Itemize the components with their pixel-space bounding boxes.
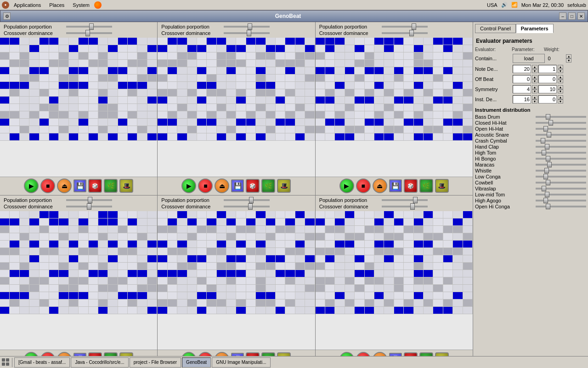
beat-cell[interactable] [463, 263, 473, 270]
beat-cell[interactable] [305, 67, 315, 74]
beat-cell[interactable] [404, 307, 413, 314]
beat-cell[interactable] [433, 75, 443, 81]
beat-cell[interactable] [137, 104, 147, 111]
beat-cell[interactable] [453, 97, 463, 104]
beat-cell[interactable] [256, 104, 266, 111]
beat-cell[interactable] [325, 52, 335, 59]
beat-cell[interactable] [424, 255, 433, 262]
beat-cell[interactable] [40, 255, 49, 262]
beat-cell[interactable] [285, 211, 295, 218]
beat-cell[interactable] [305, 38, 315, 45]
beat-cell[interactable] [256, 38, 266, 45]
beat-cell[interactable] [345, 285, 355, 292]
beat-cell[interactable] [40, 45, 49, 52]
beat-cell[interactable] [394, 119, 404, 126]
beat-cell[interactable] [236, 111, 246, 118]
beat-cell[interactable] [168, 255, 177, 262]
beat-cell[interactable] [246, 133, 256, 140]
beat-cell[interactable] [226, 111, 236, 118]
beat-cell[interactable] [128, 292, 137, 299]
beat-cell[interactable] [98, 299, 108, 306]
beat-cell[interactable] [217, 52, 226, 59]
beat-cell[interactable] [443, 233, 453, 240]
beat-cell[interactable] [246, 270, 256, 277]
beat-cell[interactable] [108, 211, 118, 218]
beat-cell[interactable] [147, 104, 157, 111]
beat-cell[interactable] [443, 299, 453, 306]
beat-cell[interactable] [79, 211, 88, 218]
beat-cell[interactable] [79, 248, 88, 255]
beat-cell[interactable] [394, 299, 404, 306]
beat-cell[interactable] [335, 292, 345, 299]
beat-cell[interactable] [236, 263, 246, 270]
beat-cell[interactable] [128, 255, 137, 262]
beat-cell[interactable] [10, 211, 19, 218]
beat-cell[interactable] [246, 104, 256, 111]
beat-cell[interactable] [266, 67, 276, 74]
pop-thumb-2[interactable] [248, 23, 252, 30]
beat-cell[interactable] [276, 277, 285, 284]
beat-cell[interactable] [40, 218, 49, 225]
beat-cell[interactable] [217, 285, 226, 292]
beat-cell[interactable] [374, 111, 384, 118]
beat-cell[interactable] [226, 89, 236, 96]
beat-cell[interactable] [49, 60, 59, 67]
beat-cell[interactable] [463, 60, 473, 67]
beat-cell[interactable] [276, 307, 285, 314]
instrument-slider[interactable] [536, 132, 586, 138]
beat-cell[interactable] [325, 241, 335, 247]
beat-cell[interactable] [236, 119, 246, 126]
beat-cell[interactable] [394, 211, 404, 218]
instde-weight-down[interactable]: ▼ [558, 99, 563, 104]
beat-cell[interactable] [355, 226, 364, 233]
beat-cell[interactable] [316, 299, 325, 306]
beat-cell[interactable] [246, 111, 256, 118]
beat-cell[interactable] [207, 38, 216, 45]
beat-cell[interactable] [59, 104, 68, 111]
beat-cell[interactable] [40, 52, 49, 59]
beat-cell[interactable] [345, 104, 355, 111]
beat-cell[interactable] [69, 299, 79, 306]
beat-cell[interactable] [59, 211, 68, 218]
beat-cell[interactable] [424, 111, 433, 118]
beat-cell[interactable] [108, 299, 118, 306]
beat-cell[interactable] [0, 277, 10, 284]
beat-cell[interactable] [345, 75, 355, 81]
beat-cell[interactable] [345, 82, 355, 89]
beat-cell[interactable] [147, 285, 157, 292]
beat-cell[interactable] [168, 270, 177, 277]
beat-cell[interactable] [108, 119, 118, 126]
beat-cell[interactable] [414, 45, 424, 52]
beat-cell[interactable] [177, 285, 187, 292]
beat-cell[interactable] [20, 82, 29, 89]
beat-cell[interactable] [59, 241, 68, 247]
beat-cell[interactable] [414, 60, 424, 67]
beat-cell[interactable] [374, 299, 384, 306]
beat-cell[interactable] [158, 299, 167, 306]
beat-cell[interactable] [266, 82, 276, 89]
beat-cell[interactable] [217, 270, 226, 277]
beat-cell[interactable] [187, 75, 197, 81]
beat-cell[interactable] [276, 60, 285, 67]
beat-cell[interactable] [69, 263, 79, 270]
beat-cell[interactable] [325, 248, 335, 255]
beat-cell[interactable] [424, 285, 433, 292]
beat-cell[interactable] [207, 67, 216, 74]
beat-cell[interactable] [89, 218, 98, 225]
beat-cell[interactable] [414, 52, 424, 59]
beat-cell[interactable] [316, 133, 325, 140]
beat-cell[interactable] [325, 292, 335, 299]
beat-cell[interactable] [384, 255, 394, 262]
beat-cell[interactable] [137, 255, 147, 262]
beat-cell[interactable] [295, 52, 305, 59]
beat-cell[interactable] [187, 45, 197, 52]
beat-cell[interactable] [295, 248, 305, 255]
beat-cell[interactable] [365, 263, 374, 270]
beat-cell[interactable] [137, 60, 147, 67]
beat-cell[interactable] [345, 211, 355, 218]
beat-cell[interactable] [266, 277, 276, 284]
beat-cell[interactable] [256, 89, 266, 96]
beat-cell[interactable] [316, 226, 325, 233]
beat-cell[interactable] [335, 248, 345, 255]
instrument-slider-thumb[interactable] [548, 120, 553, 126]
